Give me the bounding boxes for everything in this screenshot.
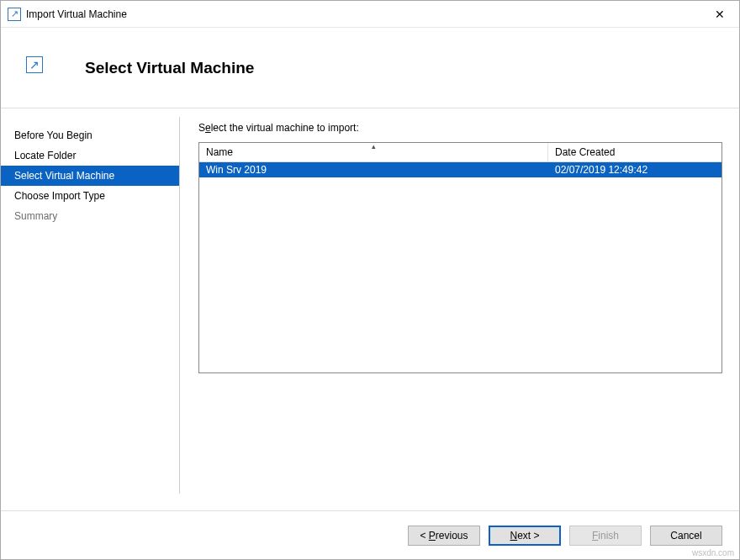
wizard-footer: < Previous Next > Finish Cancel xyxy=(1,510,739,559)
app-icon: ↗ xyxy=(8,8,21,21)
column-header-name[interactable]: ▴ Name xyxy=(199,143,548,161)
next-button[interactable]: Next > xyxy=(489,526,561,546)
watermark: wsxdn.com xyxy=(692,548,734,557)
cell-vm-name: Win Srv 2019 xyxy=(199,162,548,177)
sort-indicator-icon: ▴ xyxy=(372,142,376,151)
page-icon: ↗ xyxy=(26,56,43,73)
step-select-virtual-machine[interactable]: Select Virtual Machine xyxy=(1,166,179,186)
finish-button: Finish xyxy=(569,526,642,546)
vm-listview[interactable]: ▴ Name Date Created Win Srv 2019 02/07/2… xyxy=(198,142,722,373)
wizard-body: Before You Begin Locate Folder Select Vi… xyxy=(1,108,739,510)
wizard-content: Select the virtual machine to import: ▴ … xyxy=(180,108,739,510)
cancel-button[interactable]: Cancel xyxy=(650,526,722,546)
listview-header: ▴ Name Date Created xyxy=(199,143,722,162)
wizard-sidebar: Before You Begin Locate Folder Select Vi… xyxy=(1,117,180,494)
step-summary: Summary xyxy=(1,206,179,226)
close-button[interactable]: ✕ xyxy=(700,1,739,27)
window-title: Import Virtual Machine xyxy=(26,8,127,20)
previous-button[interactable]: < Previous xyxy=(408,526,480,546)
listview-body: Win Srv 2019 02/07/2019 12:49:42 xyxy=(199,162,722,372)
step-locate-folder[interactable]: Locate Folder xyxy=(1,145,179,166)
page-title: Select Virtual Machine xyxy=(85,59,254,77)
wizard-header: ↗ Select Virtual Machine xyxy=(1,28,739,108)
column-header-date[interactable]: Date Created xyxy=(548,143,722,161)
table-row[interactable]: Win Srv 2019 02/07/2019 12:49:42 xyxy=(199,162,722,177)
wizard-window: ↗ Import Virtual Machine ✕ ↗ Select Virt… xyxy=(0,0,740,560)
step-before-you-begin[interactable]: Before You Begin xyxy=(1,125,179,145)
cell-vm-date: 02/07/2019 12:49:42 xyxy=(548,162,722,177)
step-choose-import-type[interactable]: Choose Import Type xyxy=(1,186,179,206)
titlebar: ↗ Import Virtual Machine ✕ xyxy=(1,1,739,28)
instruction-label: Select the virtual machine to import: xyxy=(198,122,722,134)
